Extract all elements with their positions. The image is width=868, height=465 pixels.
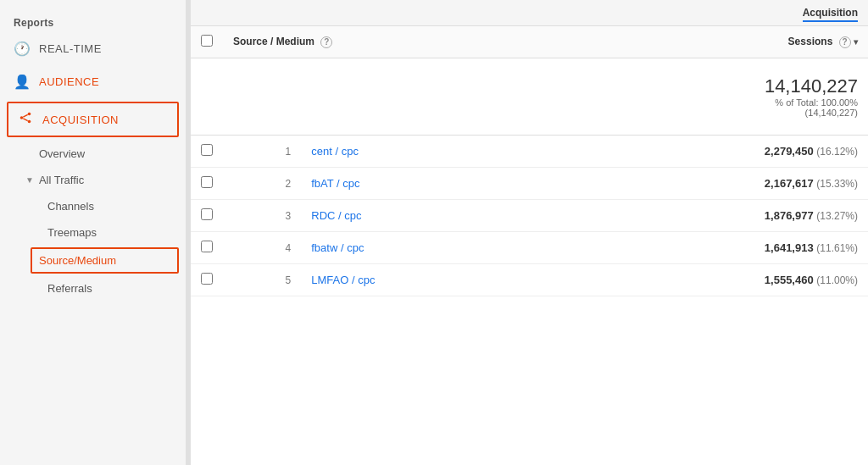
sidebar: Reports 🕐 REAL-TIME 👤 AUDIENCE ACQUISITI… xyxy=(0,0,186,465)
row-1-sessions: 2,279,450 (16.12%) xyxy=(554,136,868,168)
sessions-help-icon[interactable]: ? xyxy=(839,36,851,48)
sub-header-sessions[interactable]: Sessions ? ▾ xyxy=(554,26,868,58)
row-2-rank: 2 xyxy=(223,168,301,200)
sidebar-sub-item-overview[interactable]: Overview xyxy=(0,141,186,167)
row-2-source-link[interactable]: fbAT / cpc xyxy=(311,177,359,190)
row-3-rank: 3 xyxy=(223,200,301,232)
acquisition-group-label: Acquisition xyxy=(803,7,858,22)
person-icon: 👤 xyxy=(14,74,31,90)
totals-percent-label: % of Total: 100.00% xyxy=(564,97,858,108)
triangle-icon: ▼ xyxy=(25,175,34,185)
totals-label-cell xyxy=(223,58,554,136)
row-5-source-link[interactable]: LMFAO / cpc xyxy=(311,274,375,286)
svg-point-1 xyxy=(28,113,31,116)
group-header-source-cell xyxy=(223,0,554,26)
realtime-label: REAL-TIME xyxy=(39,42,102,55)
svg-line-4 xyxy=(23,119,27,121)
row-1-checkbox-cell[interactable] xyxy=(191,136,223,168)
sidebar-sub-item-channels[interactable]: Channels xyxy=(0,193,186,219)
totals-sessions-value: 14,140,227 xyxy=(564,75,858,97)
row-5-rank: 5 xyxy=(223,264,301,296)
sidebar-item-audience[interactable]: 👤 AUDIENCE xyxy=(0,65,186,98)
sort-down-icon: ▾ xyxy=(854,37,858,47)
table-row: 5 LMFAO / cpc 1,555,460 (11.00%) xyxy=(191,264,868,296)
row-5-checkbox[interactable] xyxy=(201,273,213,285)
row-3-pct: (13.27%) xyxy=(816,210,858,222)
row-4-source-link[interactable]: fbatw / cpc xyxy=(311,241,364,254)
row-2-checkbox-cell[interactable] xyxy=(191,168,223,200)
row-4-pct: (11.61%) xyxy=(816,242,858,254)
row-2-checkbox[interactable] xyxy=(201,176,213,188)
row-4-rank: 4 xyxy=(223,232,301,264)
row-1-checkbox[interactable] xyxy=(201,144,213,156)
table-group-header-row: Acquisition xyxy=(191,0,868,26)
sub-header-checkbox[interactable] xyxy=(191,26,223,58)
sidebar-item-realtime[interactable]: 🕐 REAL-TIME xyxy=(0,32,186,65)
row-5-checkbox-cell[interactable] xyxy=(191,264,223,296)
main-content: Acquisition Source / Medium ? Sessions ?… xyxy=(191,0,868,465)
totals-checkbox-cell xyxy=(191,58,223,136)
row-3-source-link[interactable]: RDC / cpc xyxy=(311,209,361,222)
row-3-sessions: 1,876,977 (13.27%) xyxy=(554,200,868,232)
row-3-source-cell: RDC / cpc xyxy=(301,200,554,232)
select-all-checkbox[interactable] xyxy=(201,35,213,47)
svg-point-2 xyxy=(28,120,31,124)
row-5-source-cell: LMFAO / cpc xyxy=(301,264,554,296)
svg-line-3 xyxy=(23,114,27,117)
row-1-source-cell: cent / cpc xyxy=(301,136,554,168)
group-header-acquisition-cell: Acquisition xyxy=(554,0,868,26)
table-row: 1 cent / cpc 2,279,450 (16.12%) xyxy=(191,136,868,168)
sidebar-sub-item-treemaps[interactable]: Treemaps xyxy=(0,219,186,246)
totals-parens: (14,140,227) xyxy=(564,108,858,118)
sidebar-sub-item-source-medium[interactable]: Source/Medium xyxy=(31,247,179,274)
row-3-checkbox[interactable] xyxy=(201,208,213,220)
reports-title: Reports xyxy=(0,10,186,32)
row-2-source-cell: fbAT / cpc xyxy=(301,168,554,200)
data-table: Acquisition Source / Medium ? Sessions ?… xyxy=(191,0,868,296)
audience-label: AUDIENCE xyxy=(39,75,99,88)
table-row: 3 RDC / cpc 1,876,977 (13.27%) xyxy=(191,200,868,232)
totals-value-cell: 14,140,227 % of Total: 100.00% (14,140,2… xyxy=(554,58,868,136)
row-2-pct: (15.33%) xyxy=(816,178,858,190)
table-sub-header-row: Source / Medium ? Sessions ? ▾ xyxy=(191,26,868,58)
group-header-checkbox-cell xyxy=(191,0,223,26)
clock-icon: 🕐 xyxy=(14,41,31,57)
row-2-sessions: 2,167,617 (15.33%) xyxy=(554,168,868,200)
sidebar-sub-item-all-traffic[interactable]: ▼ All Traffic xyxy=(0,167,186,193)
row-5-pct: (11.00%) xyxy=(816,274,858,286)
row-1-pct: (16.12%) xyxy=(816,146,858,158)
acquisition-label: ACQUISITION xyxy=(42,113,119,126)
row-1-rank: 1 xyxy=(223,136,301,168)
row-4-checkbox[interactable] xyxy=(201,241,213,252)
sidebar-item-acquisition[interactable]: ACQUISITION xyxy=(7,102,179,137)
row-4-source-cell: fbatw / cpc xyxy=(301,232,554,264)
sidebar-sub-item-referrals[interactable]: Referrals xyxy=(0,275,186,302)
table-row: 2 fbAT / cpc 2,167,617 (15.33%) xyxy=(191,168,868,200)
row-5-sessions: 1,555,460 (11.00%) xyxy=(554,264,868,296)
row-4-checkbox-cell[interactable] xyxy=(191,232,223,264)
row-4-sessions: 1,641,913 (11.61%) xyxy=(554,232,868,264)
totals-row: 14,140,227 % of Total: 100.00% (14,140,2… xyxy=(191,58,868,136)
acquisition-icon xyxy=(17,110,34,129)
source-medium-help-icon[interactable]: ? xyxy=(320,36,332,48)
row-1-source-link[interactable]: cent / cpc xyxy=(311,145,359,158)
table-row: 4 fbatw / cpc 1,641,913 (11.61%) xyxy=(191,232,868,264)
row-3-checkbox-cell[interactable] xyxy=(191,200,223,232)
svg-point-0 xyxy=(20,116,24,119)
sub-header-source-medium: Source / Medium ? xyxy=(223,26,554,58)
